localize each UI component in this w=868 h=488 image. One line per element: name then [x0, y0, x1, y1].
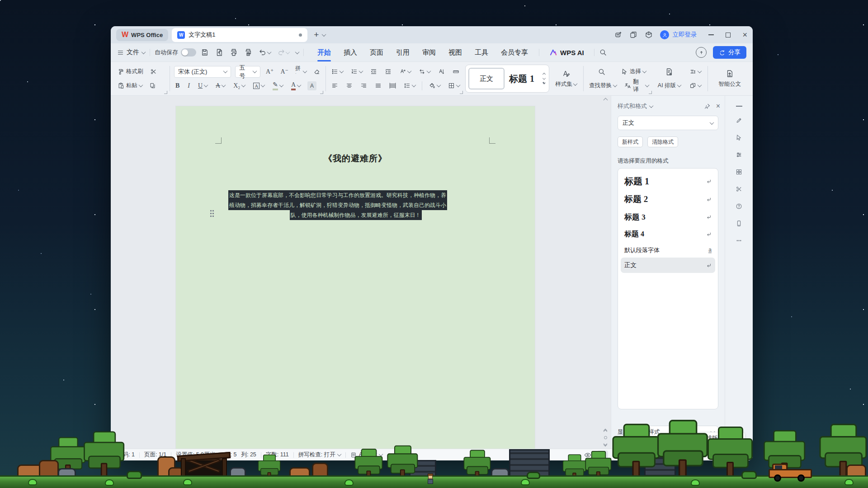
share-button[interactable]: 分享: [713, 46, 746, 59]
next-page-button[interactable]: [604, 442, 607, 446]
paragraph-group-expand[interactable]: [460, 91, 463, 94]
export-pdf-icon[interactable]: [215, 48, 223, 56]
workspace-cube-icon[interactable]: [645, 31, 653, 39]
status-ai-check[interactable]: AI 校对: [350, 451, 382, 459]
minimize-button[interactable]: [708, 34, 714, 35]
style-item-heading4[interactable]: 标题 4: [621, 225, 715, 243]
cloud-upload-icon[interactable]: [696, 47, 707, 58]
quickbar-more-chevron-icon[interactable]: [295, 50, 300, 54]
char-border-button[interactable]: A: [252, 80, 266, 92]
tab-page[interactable]: 页面: [363, 43, 390, 61]
increase-indent-button[interactable]: [383, 66, 393, 78]
new-style-button[interactable]: 新样式: [618, 136, 643, 147]
document-page[interactable]: 《我的避难所》 这是一款位于屏幕底部，不会影响您日常学习与工作的放置游戏。研究科…: [176, 106, 535, 449]
rail-help-icon[interactable]: [736, 203, 742, 210]
gallery-down-icon[interactable]: [542, 76, 546, 80]
clear-format-button[interactable]: [312, 66, 321, 78]
search-icon[interactable]: [599, 48, 607, 56]
rail-annotate-icon[interactable]: [736, 117, 742, 124]
status-spellcheck[interactable]: 拼写检查: 打开: [298, 451, 341, 459]
rail-mobile-icon[interactable]: [736, 220, 742, 227]
clipboard-group-expand[interactable]: [164, 91, 167, 94]
select-browse-object-button[interactable]: [604, 436, 607, 439]
shading-button[interactable]: [427, 80, 442, 92]
editing-group-expand[interactable]: [649, 91, 652, 94]
subscript-button[interactable]: X₂: [232, 80, 246, 92]
arrange-button[interactable]: [688, 80, 703, 92]
print-preview-icon[interactable]: [244, 48, 252, 56]
numbering-button[interactable]: [349, 66, 364, 78]
style-normal-chip[interactable]: 正文: [468, 68, 505, 89]
outline-view-icon[interactable]: [614, 451, 621, 459]
login-entry[interactable]: 立即登录: [660, 30, 697, 39]
fullscreen-play-icon[interactable]: [627, 451, 634, 459]
font-group-expand[interactable]: [320, 91, 323, 94]
undo-button[interactable]: [259, 48, 271, 56]
tab-review[interactable]: 审阅: [416, 43, 442, 61]
web-layout-icon[interactable]: [640, 451, 647, 459]
window-manage-icon[interactable]: [629, 31, 637, 39]
fit-page-icon[interactable]: [673, 451, 680, 459]
style-heading1-chip[interactable]: 标题1: [509, 73, 534, 85]
gallery-expand-icon[interactable]: [542, 81, 546, 84]
autosave-toggle[interactable]: [181, 48, 196, 56]
document-body[interactable]: 这是一款位于屏幕底部，不会影响您日常学习与工作的放置游戏。研究科技，种植作物，养…: [228, 190, 483, 220]
paragraph-drag-handle[interactable]: [210, 210, 212, 211]
rail-adjust-icon[interactable]: [736, 151, 742, 158]
tab-member[interactable]: 会员专享: [495, 43, 534, 61]
decrease-font-button[interactable]: A⁻: [279, 66, 290, 78]
translate-button[interactable]: 翻译: [623, 80, 650, 92]
align-left-button[interactable]: [330, 80, 340, 92]
close-panel-icon[interactable]: ×: [716, 102, 720, 110]
edit-mode-icon[interactable]: [653, 451, 660, 459]
decrease-indent-button[interactable]: [369, 66, 378, 78]
align-right-button[interactable]: [359, 80, 368, 92]
document-tab[interactable]: W 文字文稿1: [172, 28, 307, 42]
style-item-heading1[interactable]: 标题 1: [621, 172, 715, 190]
clear-format-button[interactable]: 清除格式: [647, 136, 678, 147]
rail-more-icon[interactable]: [736, 237, 742, 244]
zoom-slider[interactable]: [688, 455, 746, 455]
save-icon[interactable]: [201, 48, 209, 56]
page-view-icon[interactable]: [597, 450, 608, 460]
pin-panel-icon[interactable]: [704, 103, 711, 110]
autosave-control[interactable]: 自动保存: [155, 48, 196, 56]
tab-reference[interactable]: 引用: [390, 43, 416, 61]
font-size-combo[interactable]: 五号: [235, 66, 260, 78]
new-tab-button[interactable]: +: [314, 30, 319, 40]
eye-hide-toolbar-icon[interactable]: [584, 451, 591, 459]
panel-title-chevron-icon[interactable]: [649, 103, 654, 108]
tab-view[interactable]: 视图: [442, 43, 468, 61]
print-icon[interactable]: [230, 48, 238, 56]
borders-button[interactable]: [447, 80, 461, 92]
pinyin-guide-button[interactable]: 拼´: [294, 66, 308, 78]
copy-button[interactable]: [148, 80, 157, 92]
justify-button[interactable]: [373, 80, 383, 92]
previous-page-button[interactable]: [604, 429, 607, 433]
bold-button[interactable]: B: [174, 80, 181, 92]
maximize-button[interactable]: [726, 33, 731, 38]
distribute-button[interactable]: [388, 80, 397, 92]
align-center-button[interactable]: [344, 80, 354, 92]
rail-select-icon[interactable]: [736, 134, 742, 141]
style-item-heading3[interactable]: 标题 3: [621, 208, 715, 225]
rail-widgets-icon[interactable]: [736, 169, 742, 175]
line-spacing-button[interactable]: [402, 80, 417, 92]
char-shading-button[interactable]: A: [307, 81, 316, 90]
format-painter-button[interactable]: 格式刷: [116, 66, 145, 78]
wps-assistant-icon[interactable]: [614, 31, 622, 39]
current-style-combo[interactable]: 正文: [618, 116, 718, 130]
text-direction-button[interactable]: [398, 66, 412, 78]
highlight-button[interactable]: ✎: [271, 80, 284, 92]
font-color-button[interactable]: A: [290, 80, 302, 92]
select-button[interactable]: 选择: [620, 66, 647, 78]
tab-wps-ai[interactable]: WPS AI: [544, 48, 590, 56]
status-word-count[interactable]: 字数: 111: [266, 451, 289, 459]
style-set-button[interactable]: 样式集: [553, 70, 579, 88]
gallery-up-icon[interactable]: [542, 72, 546, 75]
sort-button[interactable]: [437, 66, 446, 78]
find-replace-button[interactable]: 查找替换: [588, 80, 619, 92]
ai-layout-floating-button[interactable]: AI 排版 VIP: [685, 432, 745, 444]
tab-tools[interactable]: 工具: [468, 43, 495, 61]
font-name-combo[interactable]: 宋体 (正文): [174, 66, 231, 78]
